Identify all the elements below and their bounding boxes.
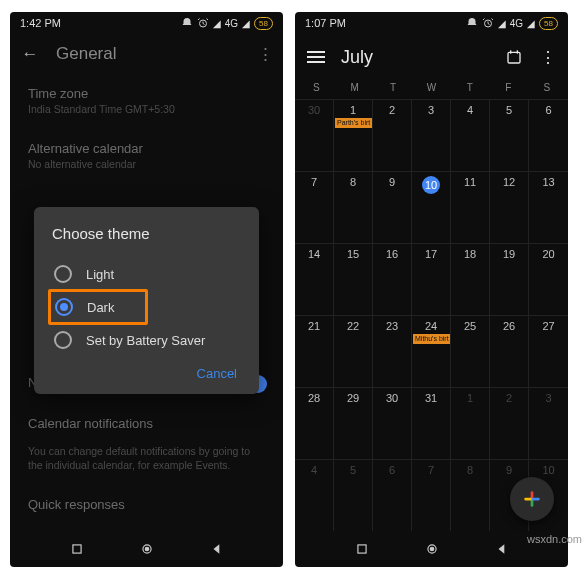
calendar-cell[interactable]: 2 [373,99,412,171]
calendar-cell[interactable]: 6 [529,99,568,171]
today-icon[interactable] [506,49,522,65]
calendar-cell[interactable]: 18 [451,243,490,315]
calendar-cell[interactable]: 22 [334,315,373,387]
calendar-cell[interactable]: 6 [373,459,412,531]
signal-label: 4G [510,18,523,29]
calendar-cell[interactable]: 29 [334,387,373,459]
calendar-cell[interactable]: 4 [295,459,334,531]
calendar-cell[interactable]: 26 [490,315,529,387]
signal-label: 4G [225,18,238,29]
cancel-button[interactable]: Cancel [197,366,237,381]
nav-home-icon[interactable] [140,542,154,556]
calendar-cell[interactable]: 7 [295,171,334,243]
status-time: 1:07 PM [305,17,346,29]
setting-quick-responses[interactable]: Quick responses [28,485,265,526]
calendar-cell[interactable]: 9 [373,171,412,243]
calendar-cell[interactable]: 2 [490,387,529,459]
theme-dialog: Choose theme Light Dark Set by Battery S… [34,207,259,394]
calendar-cell[interactable]: 7 [412,459,451,531]
alarm-icon [197,17,209,29]
calendar-event[interactable]: Parth's birt [335,118,373,128]
calendar-cell[interactable]: 20 [529,243,568,315]
calendar-cell[interactable]: 8 [334,171,373,243]
calendar-cell[interactable]: 3 [412,99,451,171]
radio-icon [54,265,72,283]
calendar-toolbar: July ⋮ [295,34,568,80]
svg-rect-1 [72,545,80,553]
back-icon[interactable]: ← [18,44,42,64]
day-header: T [374,82,412,93]
calendar-cell[interactable]: 17 [412,243,451,315]
day-header: M [335,82,373,93]
calendar-cell[interactable]: 8 [451,459,490,531]
calendar-cell[interactable]: 3 [529,387,568,459]
calendar-event[interactable]: Mithu's birt [413,334,451,344]
phone-settings: 1:42 PM ◢ 4G ◢ 58 ← General ⋮ Time zone … [10,12,283,567]
app-bar: ← General ⋮ [10,34,283,74]
alarm-icon [482,17,494,29]
nav-home-icon[interactable] [425,542,439,556]
theme-option-dark[interactable]: Dark [48,289,148,325]
calendar-cell[interactable]: 30 [295,99,334,171]
watermark: wsxdn.com [527,533,582,545]
calendar-cell[interactable]: 31 [412,387,451,459]
plus-icon [521,488,543,510]
status-time: 1:42 PM [20,17,61,29]
calendar-cell[interactable]: 12 [490,171,529,243]
status-right: ◢ 4G ◢ 58 [181,17,273,30]
day-header: F [489,82,527,93]
calendar-cell[interactable]: 25 [451,315,490,387]
theme-option-light[interactable]: Light [52,256,241,292]
calendar-cell[interactable]: 15 [334,243,373,315]
battery-pill: 58 [539,17,558,30]
calendar-cell[interactable]: 5 [334,459,373,531]
calendar-cell[interactable]: 27 [529,315,568,387]
day-header: W [412,82,450,93]
calendar-cell[interactable]: 1 [451,387,490,459]
nav-recent-icon[interactable] [70,542,84,556]
fab-add-button[interactable] [510,477,554,521]
calendar-cell[interactable]: 1Parth's birt [334,99,373,171]
calendar-cell[interactable]: 28 [295,387,334,459]
system-nav [10,531,283,567]
day-headers: SMTWTFS [295,80,568,99]
calendar-cell[interactable]: 19 [490,243,529,315]
calendar-cell[interactable]: 13 [529,171,568,243]
calendar-cell[interactable]: 4 [451,99,490,171]
calendar-cell[interactable]: 30 [373,387,412,459]
hamburger-icon[interactable] [307,51,325,63]
calendar-cell[interactable]: 23 [373,315,412,387]
day-header: S [528,82,566,93]
svg-rect-8 [357,545,365,553]
dnd-icon [181,17,193,29]
setting-cal-notifications[interactable]: Calendar notifications [28,404,265,445]
nav-back-icon[interactable] [210,542,224,556]
nav-back-icon[interactable] [495,542,509,556]
calendar-cell[interactable]: 24Mithu's birt [412,315,451,387]
status-bar: 1:42 PM ◢ 4G ◢ 58 [10,12,283,34]
calendar-cell[interactable]: 11 [451,171,490,243]
dnd-icon [466,17,478,29]
calendar-cell[interactable]: 14 [295,243,334,315]
calendar-cell[interactable]: 16 [373,243,412,315]
overflow-icon[interactable]: ⋮ [255,44,275,65]
radio-icon [54,331,72,349]
theme-option-battery[interactable]: Set by Battery Saver [52,322,241,358]
nav-recent-icon[interactable] [355,542,369,556]
svg-point-10 [430,547,434,551]
calendar-cell[interactable]: 5 [490,99,529,171]
calendar-title[interactable]: July [341,47,506,68]
battery-pill: 58 [254,17,273,30]
dialog-title: Choose theme [52,225,241,242]
radio-icon [55,298,73,316]
day-header: T [451,82,489,93]
overflow-icon[interactable]: ⋮ [540,48,556,67]
calendar-cell[interactable]: 21 [295,315,334,387]
day-header: S [297,82,335,93]
calendar-cell[interactable]: 10 [412,171,451,243]
calendar-grid: 301Parth's birt2345678910111213141516171… [295,99,568,531]
setting-timezone[interactable]: Time zone India Standard Time GMT+5:30 [28,74,265,129]
appbar-title: General [42,44,255,64]
setting-alt-calendar[interactable]: Alternative calendar No alternative cale… [28,129,265,184]
phone-calendar: 1:07 PM ◢ 4G ◢ 58 July ⋮ SMTWTFS 301Part… [295,12,568,567]
